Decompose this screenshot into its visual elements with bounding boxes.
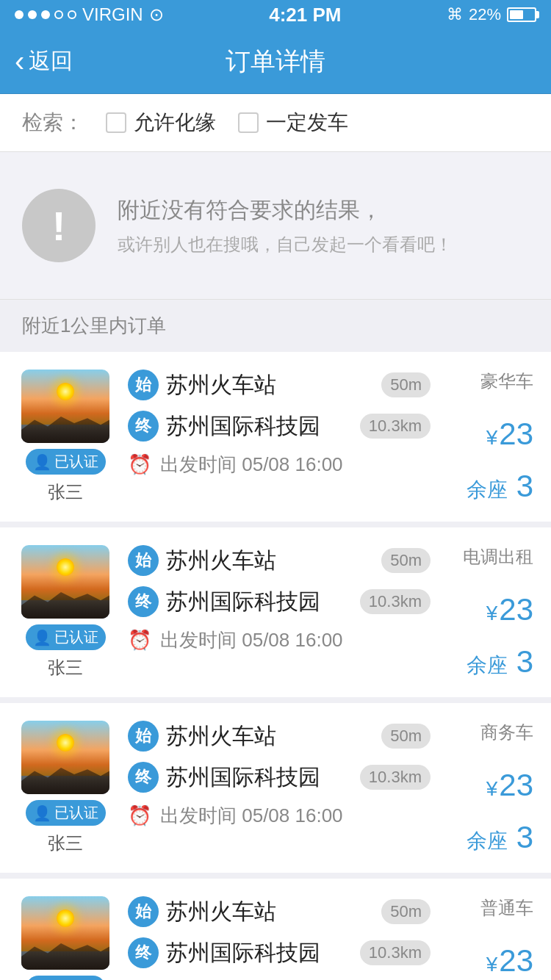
- ride-info: 始 苏州火车站 50m 终 苏州国际科技园 10.3km ⏰ 出发时间 05/0…: [128, 370, 431, 478]
- certified-label: 已认证: [54, 627, 98, 647]
- departure-time: 出发时间 05/08 16:00: [160, 627, 343, 653]
- avatar-wrapper: 👤 已认证 张三: [18, 721, 113, 855]
- ride-card[interactable]: 👤 已认证 张三 始 苏州火车站 50m 终 苏州国际科技园 10.3km ⏰ …: [0, 703, 551, 879]
- from-distance: 50m: [381, 548, 431, 573]
- nav-bar: ‹ 返回 订单详情: [0, 29, 551, 94]
- dot5: [68, 10, 76, 19]
- ride-info: 始 苏州火车站 50m 终 苏州国际科技园 10.3km ⏰ 出发时间 05/0…: [128, 545, 431, 653]
- certified-label: 已认证: [54, 452, 98, 472]
- to-station: 苏州国际科技园: [166, 938, 353, 968]
- ride-info: 始 苏州火车站 50m 终 苏州国际科技园 10.3km ⏰ 出发时间 05/0…: [128, 896, 431, 980]
- yen-symbol: ¥: [486, 777, 498, 800]
- option-fache-label: 一定发车: [266, 109, 348, 137]
- yen-symbol: ¥: [486, 426, 498, 449]
- from-distance: 50m: [381, 899, 431, 924]
- certified-badge: 👤 已认证: [26, 624, 106, 650]
- ride-card[interactable]: 👤 已认证 张三 始 苏州火车站 50m 终 苏州国际科技园 10.3km ⏰ …: [0, 527, 551, 703]
- time-row: ⏰ 出发时间 05/08 16:00: [128, 452, 431, 478]
- to-station: 苏州国际科技园: [166, 587, 353, 617]
- from-station: 苏州火车站: [166, 721, 374, 752]
- certified-label: 已认证: [54, 803, 98, 823]
- yen-symbol: ¥: [486, 602, 498, 624]
- dot2: [28, 10, 37, 19]
- status-bar: VIRGIN ⊙ 4:21 PM ⌘ 22%: [0, 0, 551, 29]
- to-station: 苏州国际科技园: [166, 763, 353, 793]
- ride-right: 商务车 ¥23 余座 3: [445, 721, 533, 855]
- start-icon: 始: [128, 545, 159, 576]
- clock-icon: ⏰: [128, 629, 151, 652]
- rides-list: 👤 已认证 张三 始 苏州火车站 50m 终 苏州国际科技园 10.3km ⏰ …: [0, 352, 551, 980]
- avatar-wrapper: 👤 已认证 张三: [18, 896, 113, 980]
- from-station: 苏州火车站: [166, 897, 374, 927]
- price: ¥23: [486, 592, 533, 627]
- clock-icon: ⏰: [128, 804, 151, 827]
- empty-main-text: 附近没有符合要求的结果，: [118, 195, 529, 226]
- start-icon: 始: [128, 896, 159, 927]
- to-row: 终 苏州国际科技园 10.3km: [128, 411, 431, 442]
- carrier-label: VIRGIN: [82, 4, 143, 25]
- clock-icon: ⏰: [128, 453, 151, 476]
- certified-badge: 👤 已认证: [26, 976, 106, 980]
- empty-sub-text: 或许别人也在搜哦，自己发起一个看看吧！: [118, 233, 529, 256]
- from-row: 始 苏州火车站 50m: [128, 370, 431, 400]
- start-icon: 始: [128, 370, 159, 400]
- exclamation-icon: !: [22, 189, 96, 262]
- search-bar: 检索： 允许化缘 一定发车: [0, 94, 551, 152]
- person-icon: 👤: [33, 629, 51, 646]
- price: ¥23: [486, 943, 533, 979]
- signal-dots: [15, 10, 76, 19]
- seats-count: 3: [508, 469, 533, 503]
- end-icon: 终: [128, 411, 159, 442]
- empty-text: 附近没有符合要求的结果， 或许别人也在搜哦，自己发起一个看看吧！: [118, 195, 529, 256]
- wifi-icon: ⊙: [149, 4, 164, 25]
- start-icon: 始: [128, 721, 159, 752]
- section-header: 附近1公里内订单: [0, 300, 551, 352]
- ride-right: 豪华车 ¥23 余座 3: [445, 370, 533, 504]
- back-button[interactable]: ‹ 返回: [15, 45, 73, 78]
- dot4: [54, 10, 63, 19]
- end-icon: 终: [128, 586, 159, 617]
- checkbox-fache[interactable]: [238, 112, 259, 133]
- price: ¥23: [486, 768, 533, 803]
- price: ¥23: [486, 417, 533, 452]
- user-name: 张三: [48, 656, 83, 680]
- seats-count: 3: [508, 820, 533, 854]
- avatar-image: [21, 370, 109, 443]
- user-name: 张三: [48, 832, 83, 855]
- end-icon: 终: [128, 937, 159, 968]
- from-row: 始 苏州火车站 50m: [128, 545, 431, 576]
- to-distance: 10.3km: [360, 940, 431, 965]
- car-type: 普通车: [480, 896, 533, 920]
- remaining-seats: 余座 3: [467, 469, 533, 504]
- from-station: 苏州火车站: [166, 370, 374, 400]
- to-station: 苏州国际科技园: [166, 411, 353, 442]
- person-icon: 👤: [33, 453, 51, 471]
- option-huayuan[interactable]: 允许化缘: [106, 109, 216, 137]
- remaining-seats: 余座 3: [467, 820, 533, 855]
- from-station: 苏州火车站: [166, 546, 374, 576]
- certified-badge: 👤 已认证: [26, 800, 106, 826]
- car-type: 豪华车: [480, 370, 533, 393]
- option-huayuan-label: 允许化缘: [134, 109, 216, 137]
- battery-fill: [510, 10, 523, 19]
- departure-time: 出发时间 05/08 16:00: [160, 803, 343, 829]
- ride-right: 普通车 ¥23 余座 3: [445, 896, 533, 980]
- avatar-wrapper: 👤 已认证 张三: [18, 370, 113, 504]
- time-row: ⏰ 出发时间 05/08 16:00: [128, 627, 431, 653]
- empty-state: ! 附近没有符合要求的结果， 或许别人也在搜哦，自己发起一个看看吧！: [0, 152, 551, 300]
- option-fache[interactable]: 一定发车: [238, 109, 348, 137]
- page-title: 订单详情: [226, 45, 325, 79]
- from-distance: 50m: [381, 724, 431, 749]
- to-distance: 10.3km: [360, 589, 431, 614]
- ride-card[interactable]: 👤 已认证 张三 始 苏州火车站 50m 终 苏州国际科技园 10.3km ⏰ …: [0, 352, 551, 527]
- car-type: 商务车: [480, 721, 533, 744]
- avatar-image: [21, 721, 109, 794]
- from-row: 始 苏州火车站 50m: [128, 721, 431, 752]
- checkbox-huayuan[interactable]: [106, 112, 126, 133]
- ride-info: 始 苏州火车站 50m 终 苏州国际科技园 10.3km ⏰ 出发时间 05/0…: [128, 721, 431, 829]
- dot1: [15, 10, 24, 19]
- certified-badge: 👤 已认证: [26, 449, 106, 475]
- ride-card[interactable]: 👤 已认证 张三 始 苏州火车站 50m 终 苏州国际科技园 10.3km ⏰ …: [0, 879, 551, 980]
- back-label: 返回: [29, 46, 73, 76]
- to-row: 终 苏州国际科技园 10.3km: [128, 762, 431, 793]
